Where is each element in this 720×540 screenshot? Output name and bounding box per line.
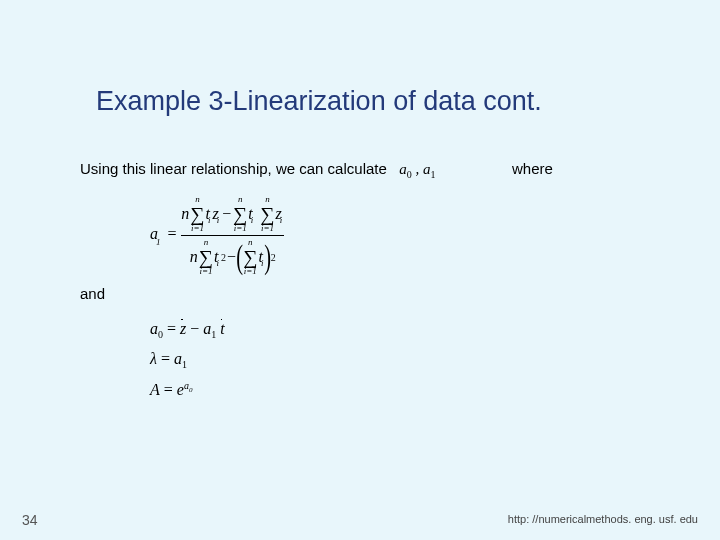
slide-title: Example 3-Linearization of data cont.: [96, 86, 542, 117]
where-text: where: [512, 160, 553, 177]
slide-number: 34: [22, 512, 38, 528]
fraction: n n∑i=1 ti zi − n∑i=1 ti n∑i=1 zi n n∑i=…: [181, 195, 284, 276]
formula-a1: a1 = n n∑i=1 ti zi − n∑i=1 ti n∑i=1 zi n…: [150, 195, 284, 276]
formula-block-2: a0 = z − a1 t λ = a1 A = ea0: [150, 320, 225, 410]
formula-a0: a0 = z − a1 t: [150, 320, 225, 340]
formula-lambda: λ = a1: [150, 350, 225, 370]
coeff-a1: a1: [423, 161, 436, 177]
sigma-icon: n∑i=1: [243, 238, 257, 276]
coeff-a0: a0: [399, 161, 415, 177]
sigma-icon: n∑i=1: [190, 195, 204, 233]
formula-A: A = ea0: [150, 380, 225, 399]
fraction-bar: [181, 235, 284, 236]
sigma-icon: n∑i=1: [233, 195, 247, 233]
slide: Example 3-Linearization of data cont. Us…: [0, 0, 720, 540]
sigma-icon: n∑i=1: [199, 238, 213, 276]
intro-text: Using this linear relationship, we can c…: [80, 160, 436, 180]
sigma-icon: n∑i=1: [260, 195, 274, 233]
numerator: n n∑i=1 ti zi − n∑i=1 ti n∑i=1 zi: [181, 195, 284, 233]
denominator: n n∑i=1 ti2 − ( n∑i=1 ti )2: [190, 238, 276, 276]
intro-sentence: Using this linear relationship, we can c…: [80, 160, 387, 177]
and-text: and: [80, 285, 105, 302]
footer-url: http: //numericalmethods. eng. usf. edu: [508, 513, 698, 525]
